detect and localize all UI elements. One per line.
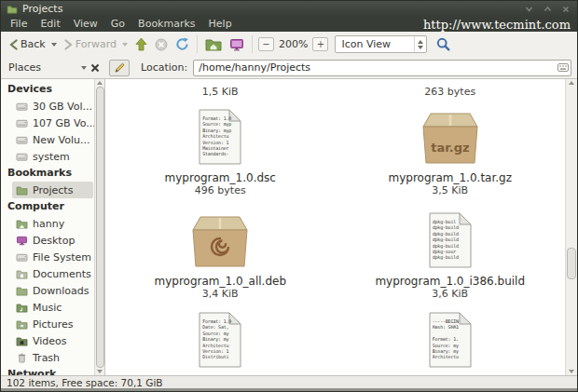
stop-button[interactable]: [151, 36, 172, 53]
menu-item-edit[interactable]: Edit: [34, 17, 66, 32]
videos-icon: [16, 336, 28, 346]
zoom-in-button[interactable]: +: [312, 37, 328, 51]
text-file-icon: dpkg-buil dpkg-build dpkg-build dpkg-bui…: [429, 212, 472, 272]
sidebar-item-label: system: [33, 151, 70, 163]
menu-item-go[interactable]: Go: [104, 17, 131, 32]
sidebar-item-label: Downloads: [33, 285, 89, 297]
location-bar: Places Location:: [1, 57, 577, 79]
sidebar-item-file-system[interactable]: File System: [1, 249, 94, 265]
sidebar-item-music[interactable]: Music: [1, 299, 94, 316]
scroll-down-arrow-icon[interactable]: [566, 370, 577, 373]
sidebar-list: Devices30 GB Vol...107 GB Vo...New Volu.…: [1, 81, 94, 375]
status-text: 102 items, Free space: 70,1 GiB: [7, 377, 163, 388]
drive-icon: [16, 118, 28, 128]
file-size: 263 bytes: [424, 86, 475, 99]
drive-icon: [16, 101, 28, 112]
zoom-out-button[interactable]: −: [258, 37, 274, 51]
home-folder-icon: [16, 219, 28, 229]
sidebar-scrollbar-thumb[interactable]: [96, 87, 104, 368]
back-button[interactable]: Back: [6, 36, 61, 52]
file-size: 3,6 KiB: [432, 288, 468, 301]
up-arrow-icon: [135, 37, 147, 51]
main-scrollbar[interactable]: [565, 79, 577, 375]
desktop-icon: [16, 236, 28, 246]
chevron-right-icon: [64, 39, 73, 50]
location-label: Location:: [141, 61, 187, 74]
scroll-up-arrow-icon[interactable]: [97, 80, 103, 86]
forward-button[interactable]: Forward: [61, 36, 131, 52]
up-button[interactable]: [131, 35, 151, 53]
deb-package-icon: [190, 214, 250, 272]
text-file-icon: Format: 1.0 Date: Sat, Source: my Binary…: [199, 312, 241, 372]
desktop-button[interactable]: [226, 36, 248, 53]
sidebar-item-label: Documents: [33, 268, 91, 280]
pictures-icon: [16, 319, 28, 330]
close-button[interactable]: [562, 6, 570, 13]
toolbar: Back Forward − 200% + Icon View: [1, 32, 577, 57]
sidebar-item-documents[interactable]: Documents: [1, 265, 94, 282]
scroll-up-arrow-icon[interactable]: [566, 81, 577, 85]
search-button[interactable]: [433, 35, 454, 53]
maximize-button[interactable]: [544, 6, 552, 12]
view-mode-select[interactable]: Icon View: [335, 35, 427, 53]
file-item[interactable]: tar.gzmyprogram_1.0.tar.gz3,5 KiB: [336, 107, 566, 197]
sidebar-scrollbar[interactable]: [94, 79, 104, 375]
sidebar-item-projects[interactable]: Projects: [12, 182, 93, 198]
sidebar-item-label: 107 GB Vo...: [33, 117, 96, 129]
sidebar-item-hanny[interactable]: hanny: [1, 215, 94, 232]
sidebar-item-trash[interactable]: Trash: [1, 349, 94, 366]
forward-history-caret-icon[interactable]: [122, 43, 128, 47]
chevron-left-icon: [9, 39, 18, 50]
watermark-text: http://www.tecmint.com: [423, 18, 574, 32]
menu-item-file[interactable]: File: [4, 17, 34, 32]
sidebar-item-30-gb-vol[interactable]: 30 GB Vol...: [1, 98, 94, 115]
file-item-partial[interactable]: 1,5 KiB: [105, 82, 336, 102]
side-pane: Devices30 GB Vol...107 GB Vo...New Volu.…: [1, 79, 105, 375]
filesystem-icon: [16, 252, 28, 263]
sidebar-item-pictures[interactable]: Pictures: [1, 316, 94, 332]
file-item-partial[interactable]: 263 bytes: [336, 82, 566, 102]
refresh-button[interactable]: [172, 35, 193, 53]
window-bottom-edge: [1, 388, 577, 391]
menu-item-view[interactable]: View: [67, 17, 104, 32]
sidebar-item-new-volu[interactable]: New Volu...: [1, 131, 94, 148]
desktop-icon: [229, 38, 244, 51]
file-name: myprogram_1.0.dsc: [165, 171, 276, 184]
main-scrollbar-thumb[interactable]: [567, 248, 576, 279]
places-select[interactable]: Places: [7, 61, 87, 74]
zoom-level-label: 200%: [276, 38, 310, 50]
icon-view[interactable]: 1,5 KiB263 bytesFormat: 1.0 Source: myp …: [105, 79, 577, 375]
sidebar-item-downloads[interactable]: Downloads: [1, 282, 94, 299]
scroll-down-arrow-icon[interactable]: [97, 369, 103, 374]
toolbar-separator: [252, 35, 253, 53]
file-item[interactable]: dpkg-buil dpkg-build dpkg-build dpkg-bui…: [336, 210, 566, 301]
home-button[interactable]: [201, 36, 226, 53]
titlebar[interactable]: Projects: [1, 1, 577, 17]
file-item[interactable]: myprogram_1.0_all.deb3,4 KiB: [105, 210, 336, 301]
stop-icon: [155, 38, 168, 51]
edit-path-toggle-button[interactable]: [109, 60, 130, 76]
text-file-icon: Format: 1.0 Source: myp Binary: myp Arch…: [199, 109, 241, 169]
text-file-icon: -----BEGIN Hash: SHA1 Format: 1. Source:…: [429, 312, 472, 372]
home-folder-icon: [205, 38, 222, 51]
window-controls: [525, 6, 571, 13]
location-input[interactable]: [193, 60, 571, 76]
file-item[interactable]: Format: 1.0 Date: Sat, Source: my Binary…: [105, 310, 336, 372]
spinner-icon[interactable]: [414, 36, 426, 52]
input-method-icon[interactable]: [557, 63, 569, 72]
pencil-icon: [114, 62, 125, 74]
menu-bar: File Edit View Go Bookmarks Help http://…: [1, 17, 577, 32]
close-icon: [90, 63, 100, 73]
close-side-pane-button[interactable]: [90, 63, 100, 73]
file-item[interactable]: Format: 1.0 Source: myp Binary: myp Arch…: [105, 107, 336, 197]
sidebar-item-107-gb-vo[interactable]: 107 GB Vo...: [1, 115, 94, 131]
file-item[interactable]: -----BEGIN Hash: SHA1 Format: 1. Source:…: [336, 310, 566, 372]
back-history-caret-icon[interactable]: [51, 43, 57, 47]
sidebar-item-system[interactable]: system: [1, 148, 94, 165]
menu-item-bookmarks[interactable]: Bookmarks: [131, 17, 201, 32]
minimize-button[interactable]: [525, 6, 533, 12]
menu-item-help[interactable]: Help: [202, 17, 239, 32]
sidebar-item-desktop[interactable]: Desktop: [1, 232, 94, 249]
sidebar-item-label: File System: [33, 251, 91, 264]
sidebar-item-videos[interactable]: Videos: [1, 332, 94, 349]
